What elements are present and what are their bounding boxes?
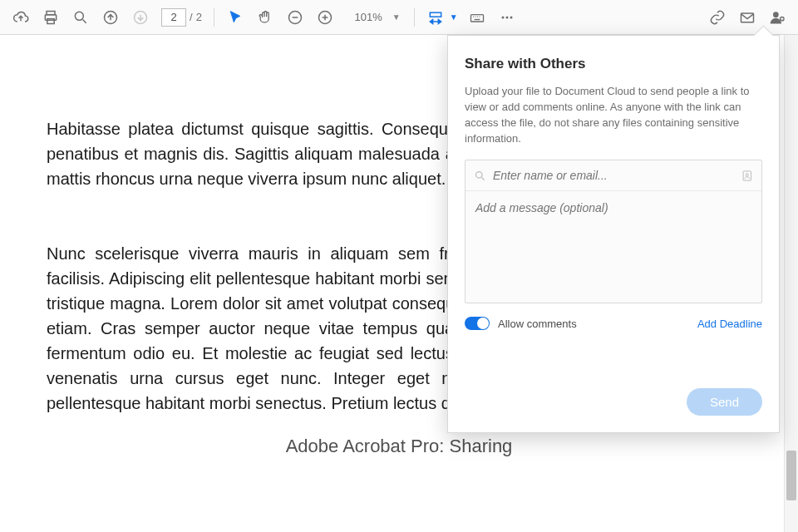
hand-tool-icon[interactable]	[251, 3, 279, 32]
share-panel-title: Share with Others	[465, 56, 762, 72]
add-deadline-link[interactable]: Add Deadline	[697, 318, 762, 330]
allow-comments-label: Allow comments	[498, 318, 577, 330]
scrollbar-thumb[interactable]	[786, 451, 796, 500]
page-number-input[interactable]	[161, 8, 186, 27]
allow-comments-toggle[interactable]	[465, 317, 490, 330]
share-panel-description: Upload your file to Document Cloud to se…	[465, 84, 762, 146]
send-button[interactable]: Send	[687, 388, 762, 416]
allow-comments-option: Allow comments	[465, 317, 577, 330]
share-form	[465, 160, 762, 303]
toolbar-separator	[414, 8, 415, 27]
svg-rect-23	[741, 13, 754, 22]
svg-point-28	[476, 171, 483, 178]
email-icon[interactable]	[733, 3, 761, 32]
recipient-input[interactable]	[493, 169, 734, 182]
address-book-icon[interactable]	[741, 170, 753, 182]
page-up-icon[interactable]	[96, 3, 125, 32]
keyboard-icon[interactable]	[463, 3, 491, 32]
svg-point-3	[75, 12, 83, 20]
share-panel: Share with Others Upload your file to Do…	[447, 35, 780, 433]
more-tools-icon[interactable]	[493, 3, 521, 32]
svg-line-29	[481, 177, 484, 180]
caption-text: Adobe Acrobat Pro: Sharing	[47, 436, 751, 457]
upload-cloud-icon[interactable]	[7, 3, 35, 32]
toolbar-separator	[214, 8, 214, 27]
svg-point-22	[510, 16, 512, 18]
svg-point-20	[501, 16, 504, 18]
share-link-icon[interactable]	[703, 3, 732, 32]
share-people-icon[interactable]	[763, 3, 791, 32]
fit-width-icon[interactable]	[421, 3, 450, 32]
message-input[interactable]	[466, 191, 761, 299]
page-down-icon	[126, 3, 155, 32]
svg-point-31	[746, 174, 748, 176]
zoom-value: 101%	[344, 11, 386, 23]
svg-rect-14	[470, 14, 483, 21]
svg-rect-12	[430, 12, 441, 17]
zoom-out-icon[interactable]	[281, 3, 309, 32]
vertical-scrollbar[interactable]	[784, 35, 798, 532]
recipient-field-row	[466, 160, 761, 191]
page-separator: /	[190, 11, 193, 23]
svg-point-21	[505, 16, 508, 18]
top-toolbar: / 2 101% ▼ ▼	[0, 0, 798, 35]
svg-point-24	[773, 12, 779, 17]
search-icon	[474, 170, 486, 182]
page-indicator: / 2	[161, 8, 202, 27]
selection-tool-icon[interactable]	[221, 3, 249, 32]
svg-rect-2	[47, 18, 54, 23]
svg-line-4	[83, 19, 86, 22]
zoom-in-icon[interactable]	[311, 3, 339, 32]
fit-dropdown-icon[interactable]: ▼	[446, 9, 461, 25]
share-options-row: Allow comments Add Deadline	[465, 317, 762, 330]
print-icon[interactable]	[37, 3, 65, 32]
page-total: 2	[196, 11, 202, 23]
find-icon[interactable]	[66, 3, 95, 32]
zoom-dropdown-icon[interactable]: ▼	[389, 9, 404, 25]
zoom-level: 101% ▼	[344, 9, 404, 25]
